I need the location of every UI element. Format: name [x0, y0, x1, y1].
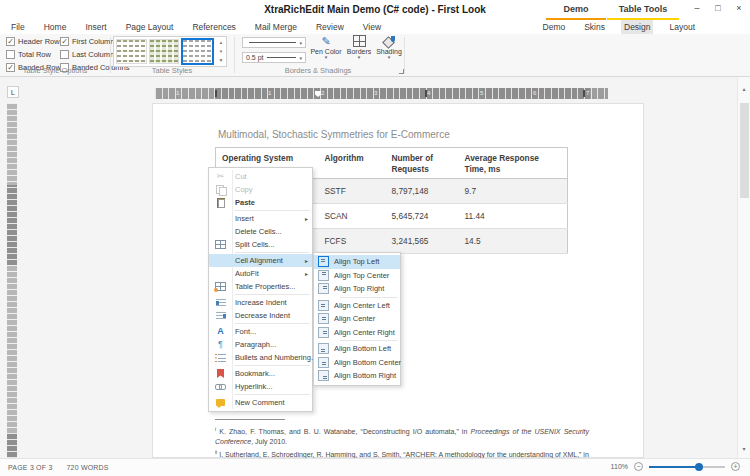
tab-file[interactable]: File [8, 20, 28, 34]
table-cell[interactable]: 8,797,148 [386, 179, 459, 204]
vertical-ruler[interactable] [7, 103, 17, 458]
zoom-out-button[interactable]: − [634, 462, 643, 471]
tab-references[interactable]: References [189, 20, 238, 34]
footnote-2[interactable]: ii I. Sutherland, E. Schroedinger, R. Ha… [215, 447, 589, 458]
line-style-preview [249, 42, 296, 43]
line-weight-dropdown[interactable]: 0.5 pt ▾ [242, 52, 306, 63]
table-header-cell[interactable]: Average Response Time, ms [459, 148, 568, 179]
chevron-down-icon: ▾ [299, 40, 302, 46]
zoom-slider-thumb[interactable] [695, 463, 703, 471]
borders-button[interactable]: Borders ▾ [344, 35, 374, 68]
submenu-arrow-icon: ▸ [305, 270, 308, 277]
indent-marker[interactable] [315, 91, 321, 97]
group-separator [234, 37, 235, 73]
pen-color-icon: ✎ [321, 35, 330, 47]
shading-icon [383, 35, 395, 47]
table-cell[interactable]: 3,241,565 [386, 229, 459, 254]
tab-mail-merge[interactable]: Mail Merge [252, 20, 300, 34]
table-cell[interactable]: FCFS [319, 229, 386, 254]
checkbox-header-row[interactable]: ✓ Header Row [6, 37, 60, 46]
checkbox-total-row[interactable]: Total Row [6, 50, 51, 59]
menu-item-paste[interactable]: Paste [209, 196, 312, 209]
menu-item-label: Paragraph... [235, 340, 276, 349]
line-style-dropdown[interactable]: ▾ [242, 37, 306, 48]
submenu-item-align-center-left[interactable]: Align Center Left [314, 299, 400, 313]
submenu-item-align-bottom-center[interactable]: Align Bottom Center [314, 356, 400, 370]
tab-stop-selector[interactable]: L [7, 86, 19, 98]
menu-item-font[interactable]: A Font... [209, 325, 312, 338]
horizontal-ruler[interactable]: 1 1 2 3 4 5 6 7 [155, 88, 608, 99]
menu-item-bookmark[interactable]: Bookmark... [209, 367, 312, 380]
checkbox-icon [60, 50, 69, 59]
checkbox-first-column[interactable]: ✓ First Column [60, 37, 115, 46]
submenu-item-label: Align Bottom Right [334, 371, 396, 380]
menu-item-autofit[interactable]: AutoFit ▸ [209, 267, 312, 280]
menu-item-label: AutoFit [235, 269, 259, 278]
submenu-item-align-center-right[interactable]: Align Center Right [314, 326, 400, 340]
new-comment-icon [216, 399, 225, 406]
shading-button[interactable]: Shading ▾ [374, 35, 404, 68]
table-cell[interactable]: 14.5 [459, 229, 568, 254]
submenu-item-align-top-right[interactable]: Align Top Right [314, 282, 400, 296]
tab-demo[interactable]: Demo [540, 20, 569, 34]
submenu-item-label: Align Top Right [334, 284, 384, 293]
minimize-button[interactable]: – [692, 3, 702, 13]
gallery-down-icon[interactable]: ▾ [217, 48, 225, 55]
menu-item-insert[interactable]: Insert ▸ [209, 212, 312, 225]
maximize-button[interactable]: □ [713, 3, 723, 13]
menu-item-hyperlink[interactable]: Hyperlink... [209, 380, 312, 393]
tab-marker[interactable] [583, 90, 585, 97]
tab-design[interactable]: Design [621, 20, 653, 34]
pen-color-button[interactable]: ✎ Pen Color ▾ [311, 35, 341, 68]
submenu-item-align-bottom-left[interactable]: Align Bottom Left [314, 342, 400, 356]
gallery-up-icon[interactable]: ▴ [217, 39, 225, 46]
tab-skins[interactable]: Skins [581, 20, 608, 34]
table-style-preview-3-selected[interactable] [181, 38, 214, 65]
group-separator [110, 37, 111, 73]
menu-item-cell-alignment[interactable]: Cell Alignment ▸ [209, 254, 312, 267]
checkbox-last-column[interactable]: Last Column [60, 50, 114, 59]
menu-item-paragraph[interactable]: ¶ Paragraph... [209, 338, 312, 351]
table-cell[interactable]: SCAN [319, 204, 386, 229]
scrollbar-thumb[interactable] [740, 103, 749, 198]
bookmark-icon [217, 369, 224, 378]
table-cell[interactable]: 11.44 [459, 204, 568, 229]
gallery-more-icon[interactable]: ▼ [217, 57, 225, 64]
table-style-preview-1[interactable] [116, 39, 147, 64]
document-heading[interactable]: Multimodal, Stochastic Symmetries for E-… [218, 129, 450, 140]
table-header-cell[interactable]: Algorithm [319, 148, 386, 179]
table-header-cell[interactable]: Number of Requests [386, 148, 459, 179]
tab-review[interactable]: Review [313, 20, 347, 34]
tab-view[interactable]: View [360, 20, 384, 34]
menu-item-table-properties[interactable]: Table Properties... [209, 280, 312, 293]
menu-item-new-comment[interactable]: New Comment [209, 396, 312, 409]
menu-item-bullets-numbering[interactable]: Bullets and Numbering... [209, 351, 312, 364]
tab-insert[interactable]: Insert [82, 20, 109, 34]
zoom-in-button[interactable]: + [731, 462, 740, 471]
tab-marker[interactable] [425, 90, 427, 97]
scroll-up-icon[interactable]: ▴ [738, 85, 750, 92]
menu-item-split-cells[interactable]: Split Cells... [209, 238, 312, 251]
table-cell[interactable]: 9.7 [459, 179, 568, 204]
menu-item-delete-cells[interactable]: Delete Cells... [209, 225, 312, 238]
tab-page-layout[interactable]: Page Layout [123, 20, 177, 34]
table-cell[interactable]: 5,645,724 [386, 204, 459, 229]
close-button[interactable]: × [734, 3, 744, 13]
tab-home[interactable]: Home [41, 20, 70, 34]
vertical-scrollbar[interactable]: ▴ ▾ [737, 77, 750, 458]
menu-item-decrease-indent[interactable]: Decrease Indent [209, 309, 312, 322]
zoom-slider[interactable] [649, 466, 725, 468]
menu-item-increase-indent[interactable]: Increase Indent [209, 296, 312, 309]
submenu-item-align-top-center[interactable]: Align Top Center [314, 269, 400, 283]
submenu-item-align-bottom-right[interactable]: Align Bottom Right [314, 369, 400, 383]
menu-item-label: Delete Cells... [235, 227, 282, 236]
footnote-1[interactable]: i K. Zhao, F. Thomas, and B. U. Watanabe… [215, 424, 589, 447]
submenu-item-label: Align Center Right [334, 328, 395, 337]
table-style-preview-2[interactable] [149, 39, 180, 64]
tab-layout[interactable]: Layout [666, 20, 698, 34]
scroll-down-icon[interactable]: ▾ [738, 445, 750, 452]
table-cell[interactable]: SSTF [319, 179, 386, 204]
margin-marker[interactable] [215, 90, 217, 97]
submenu-item-align-top-left[interactable]: Align Top Left [314, 255, 400, 269]
submenu-item-align-center[interactable]: Align Center [314, 312, 400, 326]
